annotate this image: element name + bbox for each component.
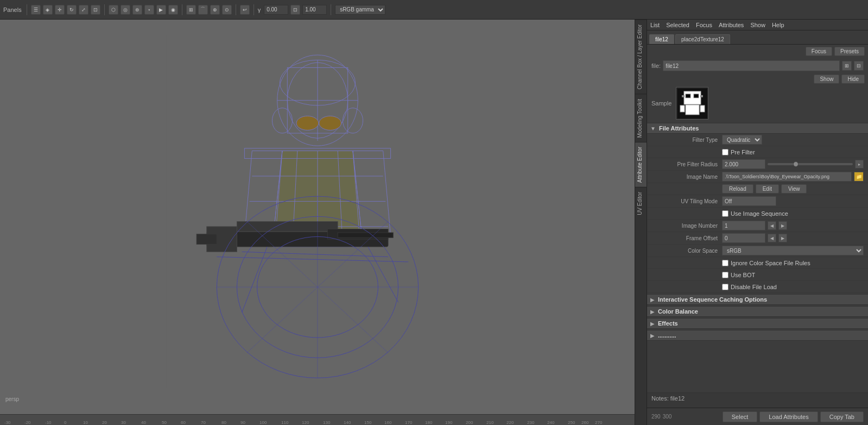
snap-point-icon[interactable]: ⊕ [210,5,220,15]
image-number-input[interactable] [722,221,765,230]
presets-button[interactable]: Presets [834,47,865,56]
copy-tab-button[interactable]: Copy Tab [820,411,864,422]
load-attributes-button[interactable]: Load Attributes [759,411,818,422]
ruler-mark: 220 [506,420,514,425]
uv-tiling-input[interactable] [722,196,776,206]
scale-icon[interactable]: ⤢ [79,5,88,15]
attribute-editor-tab[interactable]: Attribute Editor [635,142,647,187]
uv-editor-tab[interactable]: UV Editor [635,187,647,220]
show-button[interactable]: Show [814,74,839,84]
snap-view-icon[interactable]: ⊙ [222,5,232,15]
nurbs-icon[interactable]: ◎ [121,5,130,15]
history-icon[interactable]: ↩ [240,5,250,15]
effects-header[interactable]: ▶ Effects [647,318,868,329]
move-icon[interactable]: ✛ [55,5,65,15]
separator3 [182,4,182,15]
persp-label: persp [5,396,19,402]
scale-input[interactable]: 1.00 [302,5,327,15]
use-bot-checkbox[interactable] [722,272,728,278]
ruler-mark: -30 [4,420,11,425]
color-space-dropdown[interactable]: sRGB linear Raw [722,246,864,255]
ruler-mark-290: 290 [651,414,661,420]
expand-btn-2[interactable]: ⊟ [854,61,864,71]
edit-button[interactable]: Edit [756,184,779,193]
attributes-scroll[interactable]: ▼ File Attributes Filter Type Quadratic … [647,122,868,392]
frame-offset-input[interactable] [722,233,765,243]
modeling-toolkit-tab[interactable]: Modeling Toolkit [635,94,647,142]
menu-icon[interactable]: ☰ [31,5,41,15]
ruler-mark: 50 [162,420,167,425]
menu-focus[interactable]: Focus [696,22,712,28]
rigging-icon[interactable]: ⋆ [144,5,154,15]
select-button[interactable]: Select [723,411,758,422]
ruler-mark: 70 [201,420,206,425]
folder-icon[interactable]: 📁 [854,172,864,182]
frame-offset-btn2[interactable]: ▶ [778,234,787,242]
colorspace-dropdown[interactable]: sRGB gamma [335,5,385,15]
filter-type-label: Filter Type [651,137,722,143]
ignore-cs-checkbox[interactable] [722,260,728,266]
disable-file-checkbox[interactable] [722,284,728,290]
viewport-canvas[interactable]: persp [0,20,635,414]
image-number-btn1[interactable]: ◀ [768,221,776,230]
use-bot-value: Use BOT [722,272,864,278]
transform-icon[interactable]: ⊡ [91,5,100,15]
show-hide-row: Show Hide [647,73,868,85]
use-image-seq-value: Use Image Sequence [722,210,864,217]
image-name-input[interactable] [722,172,852,182]
separator2 [104,4,105,15]
gamma-icon[interactable]: ⊡ [290,5,300,15]
menu-help[interactable]: Help [772,22,784,28]
extra-section-header[interactable]: ▶ ........... [647,330,868,341]
snap-grid-icon[interactable]: ⊞ [186,5,196,15]
interactive-seq-header[interactable]: ▶ Interactive Sequence Caching Options [647,294,868,305]
view-button[interactable]: View [781,184,807,193]
focus-row: Focus Presets [647,45,868,58]
section-title-interactive: Interactive Sequence Caching Options [658,296,767,303]
filter-type-dropdown[interactable]: Quadratic Box Bilinear [722,135,762,145]
ruler-mark: 170 [405,420,412,425]
image-number-btn2[interactable]: ▶ [778,221,787,230]
file-input[interactable] [663,60,840,71]
focus-button[interactable]: Focus [806,47,832,56]
color-balance-header[interactable]: ▶ Color Balance [647,306,868,317]
svg-point-8 [319,116,341,130]
hide-button[interactable]: Hide [841,74,865,84]
render-icon[interactable]: ◉ [168,5,178,15]
channel-box-tab[interactable]: Channel Box / Layer Editor [635,20,647,94]
svg-point-7 [296,116,319,130]
select-icon[interactable]: ◈ [43,5,53,15]
pre-filter-radius-arrow[interactable]: ▸ [855,160,864,168]
menu-selected[interactable]: Selected [666,22,689,28]
gamma-input[interactable]: 0.00 [264,5,288,15]
frame-offset-btn1[interactable]: ◀ [768,234,776,242]
snap-curve-icon[interactable]: ⌒ [198,5,208,15]
color-space-row: Color Space sRGB linear Raw [647,245,868,257]
notes-value: file12 [670,395,685,402]
animate-icon[interactable]: ▶ [156,5,166,15]
pre-filter-row: Pre Filter [647,146,868,158]
ignore-cs-text: Ignore Color Space File Rules [731,260,810,266]
rotate-icon[interactable]: ↻ [67,5,77,15]
node-tab-file12[interactable]: file12 [649,34,674,44]
menu-show[interactable]: Show [750,22,765,28]
use-image-seq-checkbox[interactable] [722,210,728,217]
ruler-mark: 60 [181,420,186,425]
ruler-mark: 130 [323,420,330,425]
ruler-mark: 160 [384,420,391,425]
pre-filter-radius-slider[interactable] [768,163,853,165]
ruler-mark: 180 [425,420,432,425]
ignore-cs-value: Ignore Color Space File Rules [722,260,864,266]
pre-filter-checkbox[interactable] [722,149,728,155]
reload-button[interactable]: Reload [722,184,753,193]
node-tab-place2d[interactable]: place2dTexture12 [675,34,730,44]
menu-list[interactable]: List [650,22,660,28]
node-tabs: file12 place2dTexture12 [647,30,868,45]
poly-icon[interactable]: ⬡ [109,5,118,15]
expand-btn-1[interactable]: ⊞ [842,61,852,71]
file-attributes-header[interactable]: ▼ File Attributes [647,123,868,134]
deform-icon[interactable]: ⊛ [132,5,142,15]
pre-filter-radius-input[interactable] [722,159,765,169]
ruler-mark: 200 [466,420,473,425]
menu-attributes[interactable]: Attributes [719,22,744,28]
